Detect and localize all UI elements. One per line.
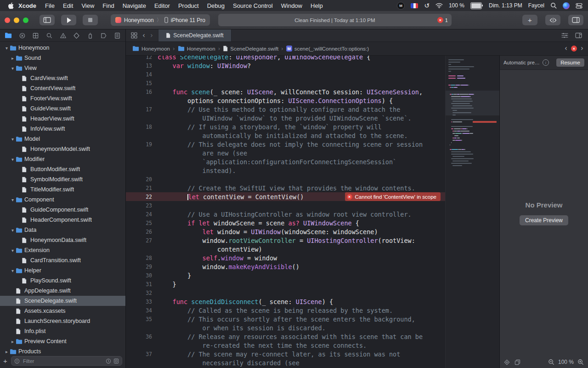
navigator-item-sound[interactable]: ▸Sound <box>0 53 125 63</box>
navigator-item-headerview-swift[interactable]: HeaderView.swift <box>0 114 125 124</box>
tab-scenedelegate[interactable]: SceneDelegate.swift <box>158 29 232 41</box>
add-file-button[interactable]: + <box>2 357 8 364</box>
navigator-item-headercomponent-swift[interactable]: HeaderComponent.swift <box>0 215 125 225</box>
toggle-left-sidebar-button[interactable] <box>40 15 55 25</box>
issue-navigator-icon[interactable] <box>60 32 67 39</box>
inline-error-annotation[interactable]: ×Cannot find 'ContentView' in scope <box>345 192 441 201</box>
breakpoint-navigator-icon[interactable] <box>100 32 107 39</box>
disclosure-triangle-icon[interactable]: ▾ <box>10 197 16 202</box>
disclosure-triangle-icon[interactable]: ▸ <box>10 56 16 61</box>
code-line[interactable]: 35 // This occurs shortly after the scen… <box>126 315 445 323</box>
filter-input[interactable] <box>22 358 103 364</box>
scheme-selector[interactable]: Honeymoon 〉 iPhone 11 Pro <box>111 14 210 26</box>
previous-issue-button[interactable]: ‹ <box>565 45 567 52</box>
canvas-layers-icon[interactable] <box>514 359 520 365</box>
code-line[interactable]: 29 window.makeKeyAndVisible() <box>126 262 445 271</box>
code-line[interactable]: necessarily discarded (see <box>126 358 445 367</box>
navigator-item-cardview-swift[interactable]: CardView.swift <box>0 73 125 83</box>
add-editor-icon[interactable] <box>575 33 582 38</box>
navigator-item-products[interactable]: ▸Products <box>0 346 125 355</box>
navigator-item-symbolmodifier-swift[interactable]: SymbolModifier.swift <box>0 174 125 184</box>
info-icon[interactable]: i <box>543 59 549 66</box>
navigator-item-view[interactable]: ▾View <box>0 63 125 73</box>
code-line[interactable]: 36 // Release any resources associated w… <box>126 332 445 341</box>
code-line[interactable]: contentView) <box>126 245 445 253</box>
menu-navigate[interactable]: Navigate <box>119 2 150 9</box>
go-back-button[interactable]: ‹ <box>142 32 145 39</box>
breadcrumb-item[interactable]: Mscene(_:willConnectTo:options:) <box>286 46 369 52</box>
code-line[interactable]: 20 <box>126 175 445 184</box>
disclosure-triangle-icon[interactable]: ▾ <box>10 66 16 71</box>
zoom-window-button[interactable] <box>23 17 28 23</box>
code-line[interactable]: `application:configurationForConnectingS… <box>126 157 445 166</box>
navigator-item-launchscreen-storyboard[interactable]: LaunchScreen.storyboard <box>0 316 125 326</box>
code-line[interactable]: 34 // Called as the scene is being relea… <box>126 306 445 315</box>
navigator-item-preview-content[interactable]: ▸Preview Content <box>0 336 125 346</box>
code-line[interactable]: 24 // Use a UIHostingController as windo… <box>126 210 445 218</box>
disclosure-triangle-icon[interactable]: ▾ <box>10 228 16 233</box>
zoom-out-icon[interactable] <box>548 359 554 365</box>
menu-help[interactable]: Help <box>306 2 327 9</box>
activity-viewer[interactable]: Clean Finished | Today at 1:10 PM × 1 <box>218 14 452 26</box>
code-line[interactable]: 37 // The scene may re-connect later, as… <box>126 350 445 358</box>
control-center-icon[interactable] <box>576 3 582 9</box>
menu-find[interactable]: Find <box>98 2 118 9</box>
siri-icon[interactable] <box>563 2 570 9</box>
menu-file[interactable]: File <box>41 2 59 9</box>
disclosure-triangle-icon[interactable]: ▾ <box>10 137 16 142</box>
disclosure-triangle-icon[interactable]: ▾ <box>10 157 16 162</box>
wifi-icon[interactable] <box>435 3 443 8</box>
code-line[interactable]: 30 } <box>126 271 445 280</box>
code-line[interactable]: 21 // Create the SwiftUI view that provi… <box>126 184 445 192</box>
recent-files-icon[interactable] <box>106 358 111 364</box>
code-line[interactable]: instead). <box>126 166 445 175</box>
code-line[interactable]: are new (see <box>126 149 445 157</box>
navigator-item-contentview-swift[interactable]: ContentView.swift <box>0 83 125 93</box>
app-menu-title[interactable]: Xcode <box>17 2 41 9</box>
minimize-window-button[interactable] <box>14 17 19 23</box>
debug-navigator-icon[interactable] <box>87 32 94 39</box>
menubar-clock[interactable]: Dim. 1:13 PM <box>489 2 522 9</box>
zoom-level[interactable]: 100 % <box>558 359 574 365</box>
navigator-item-cardtransition-swift[interactable]: CardTransition.swift <box>0 255 125 265</box>
code-line[interactable]: 27 window.rootViewController = UIHosting… <box>126 236 445 245</box>
filter-field[interactable] <box>11 356 122 366</box>
apple-menu-icon[interactable] <box>5 2 17 9</box>
code-line[interactable]: 18 // If using a storyboard, the `window… <box>126 122 445 131</box>
code-line[interactable]: 16 func scene(_ scene: UIScene, willConn… <box>126 87 445 96</box>
code-line[interactable]: 33 func sceneDidDisconnect(_ scene: UISc… <box>126 297 445 306</box>
project-navigator-icon[interactable] <box>5 32 12 39</box>
disclosure-triangle-icon[interactable]: ▸ <box>4 349 10 354</box>
minimap[interactable] <box>445 56 499 368</box>
disclosure-triangle-icon[interactable]: ▸ <box>10 339 16 344</box>
menu-product[interactable]: Product <box>174 2 203 9</box>
report-navigator-icon[interactable] <box>114 32 121 39</box>
navigator-item-modifier[interactable]: ▾Modifier <box>0 154 125 164</box>
run-button[interactable] <box>61 15 76 25</box>
navigator-item-honeymoonmodel-swift[interactable]: HoneymoonModel.swift <box>0 144 125 154</box>
time-machine-icon[interactable]: ↺ <box>424 2 430 9</box>
navigator-item-info-plist[interactable]: Info.plist <box>0 326 125 336</box>
status-app-icon[interactable]: M <box>397 2 405 10</box>
code-line[interactable]: 32 <box>126 288 445 297</box>
code-line[interactable]: 19 // This delegate does not imply the c… <box>126 140 445 149</box>
navigator-item-honeymoondata-swift[interactable]: HoneymoonData.swift <box>0 235 125 245</box>
navigator-item-model[interactable]: ▾Model <box>0 134 125 144</box>
navigator-item-playsound-swift[interactable]: PlaySound.swift <box>0 276 125 286</box>
editor-mode-button[interactable] <box>545 15 560 25</box>
navigator-item-extension[interactable]: ▾Extension <box>0 245 125 255</box>
code-line[interactable]: 26 let window = UIWindow(windowScene: wi… <box>126 227 445 236</box>
toggle-right-sidebar-button[interactable] <box>568 15 583 25</box>
code-line[interactable]: 13 var window: UIWindow? <box>126 61 445 70</box>
navigator-item-assets-xcassets[interactable]: Assets.xcassets <box>0 306 125 316</box>
battery-icon[interactable] <box>470 2 483 9</box>
code-line[interactable]: UIWindow `window` to the provided UIWind… <box>126 114 445 122</box>
navigator-item-honeymoon[interactable]: ▾Honeymoon <box>0 43 125 53</box>
navigator-item-component[interactable]: ▾Component <box>0 195 125 205</box>
error-badge-icon[interactable]: × <box>571 46 577 52</box>
go-forward-button[interactable]: › <box>150 32 153 39</box>
menu-debug[interactable]: Debug <box>203 2 229 9</box>
symbol-navigator-icon[interactable] <box>32 32 39 39</box>
user-menu[interactable]: Faycel <box>528 2 544 9</box>
code-line-error[interactable]: 22 let contentView = ContentView()×Canno… <box>126 192 445 201</box>
